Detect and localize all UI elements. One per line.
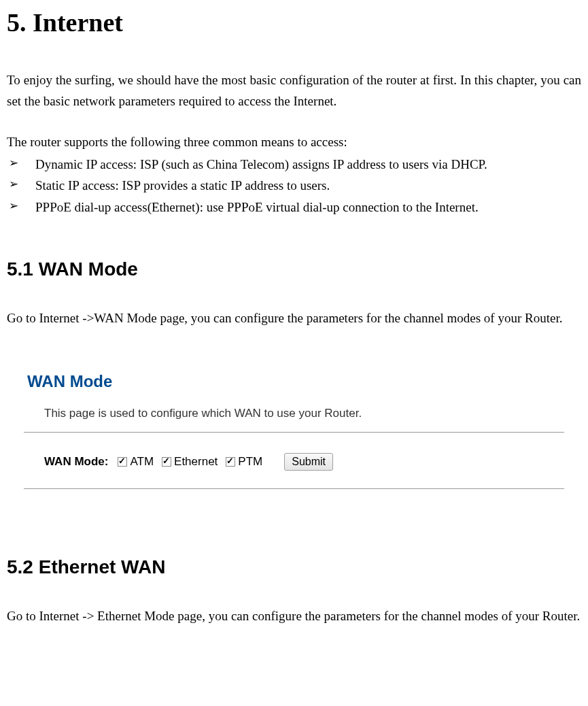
submit-button[interactable]: Submit <box>284 453 333 471</box>
wan-mode-panel: WAN Mode This page is used to configure … <box>24 357 564 505</box>
ptm-label: PTM <box>238 453 262 471</box>
wan-mode-row: WAN Mode: ATM Ethernet PTM Submit <box>24 453 564 489</box>
panel-title: WAN Mode <box>24 369 564 394</box>
atm-checkbox[interactable] <box>118 457 127 467</box>
access-means-list: Dynamic IP access: ISP (such as China Te… <box>7 154 581 218</box>
panel-description: This page is used to configure which WAN… <box>24 401 564 433</box>
intro-paragraph: To enjoy the surfing, we should have the… <box>7 69 581 112</box>
section-52-paragraph: Go to Internet -> Ethernet Mode page, yo… <box>7 605 581 626</box>
list-item: Static IP access: ISP provides a static … <box>7 175 581 196</box>
ethernet-label: Ethernet <box>174 453 218 471</box>
section-heading-52: 5.2 Ethernet WAN <box>7 553 581 582</box>
chapter-heading: 5. Internet <box>7 3 581 42</box>
list-item: PPPoE dial-up access(Ethernet): use PPPo… <box>7 197 581 218</box>
ethernet-checkbox[interactable] <box>162 457 171 467</box>
section-51-paragraph: Go to Internet ->WAN Mode page, you can … <box>7 307 581 329</box>
list-item: Dynamic IP access: ISP (such as China Te… <box>7 154 581 175</box>
access-intro-text: The router supports the following three … <box>7 131 581 152</box>
ptm-checkbox[interactable] <box>226 457 235 467</box>
section-heading-51: 5.1 WAN Mode <box>7 255 581 284</box>
atm-label: ATM <box>130 453 154 471</box>
wan-mode-label: WAN Mode: <box>44 453 108 471</box>
